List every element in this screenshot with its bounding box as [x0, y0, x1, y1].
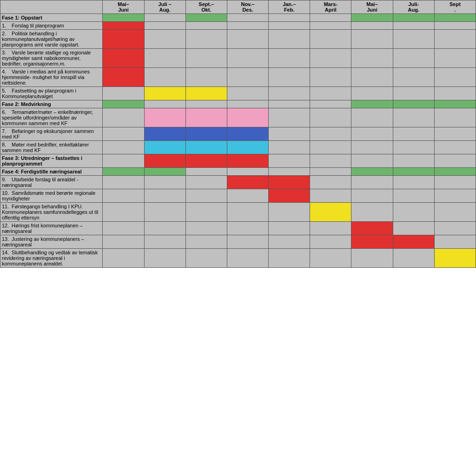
- gantt-cell: [185, 68, 227, 87]
- gantt-cell: [310, 203, 351, 222]
- gantt-cell: [144, 14, 185, 22]
- header-period-1: Mai– Juni: [103, 0, 144, 14]
- gantt-cell: [351, 30, 393, 49]
- gantt-cell: [351, 22, 393, 30]
- gantt-cell: [103, 100, 144, 108]
- row-label: 3. Varsle berørte statlige og regionale …: [0, 49, 103, 68]
- gantt-cell: [269, 222, 310, 235]
- row-label: 8. Møter med bedrifter, enkeltaktører sa…: [0, 141, 103, 154]
- gantt-cell: [144, 30, 185, 49]
- phase-row: Fase 4: Ferdigstille næringsareal: [0, 168, 476, 176]
- header-row: Mai– Juni Juli – Aug. Sept.– Okt. Nov.– …: [0, 0, 476, 14]
- gantt-cell: [351, 203, 393, 222]
- gantt-cell: [227, 127, 268, 141]
- gantt-cell: [434, 22, 476, 30]
- gantt-cell: [351, 108, 393, 127]
- gantt-cell: [310, 30, 351, 49]
- row-label: 9. Utarbeide forslag til arealdel - næri…: [0, 176, 103, 189]
- row-label: 14. Sluttbehandling og vedtak av tematis…: [0, 249, 103, 268]
- gantt-cell: [351, 235, 393, 249]
- gantt-cell: [393, 68, 434, 87]
- gantt-cell: [144, 87, 185, 100]
- header-period-8: Juli- Aug.: [393, 0, 434, 14]
- header-period-3: Sept.– Okt.: [185, 0, 227, 14]
- gantt-cell: [351, 68, 393, 87]
- gantt-cell: [185, 141, 227, 154]
- header-period-6: Mars- April: [310, 0, 351, 14]
- task-row: 14. Sluttbehandling og vedtak av tematis…: [0, 249, 476, 268]
- gantt-cell: [144, 100, 185, 108]
- gantt-cell: [434, 68, 476, 87]
- gantt-cell: [185, 30, 227, 49]
- gantt-cell: [103, 176, 144, 189]
- gantt-cell: [144, 203, 185, 222]
- header-period-4: Nov.– Des.: [227, 0, 268, 14]
- gantt-cell: [185, 127, 227, 141]
- gantt-cell: [393, 235, 434, 249]
- gantt-cell: [185, 14, 227, 22]
- gantt-cell: [269, 203, 310, 222]
- gantt-cell: [434, 141, 476, 154]
- row-label: 10. Samrådsmøte med berørte regionale my…: [0, 189, 103, 203]
- gantt-cell: [185, 22, 227, 30]
- header-label: [0, 0, 103, 14]
- gantt-cell: [144, 49, 185, 68]
- gantt-cell: [269, 154, 310, 168]
- task-row: 2. Politisk behandling i kommuneplanutva…: [0, 30, 476, 49]
- gantt-cell: [269, 100, 310, 108]
- gantt-cell: [393, 22, 434, 30]
- gantt-cell: [393, 222, 434, 235]
- gantt-cell: [434, 176, 476, 189]
- gantt-cell: [393, 168, 434, 176]
- gantt-cell: [393, 189, 434, 203]
- gantt-cell: [393, 14, 434, 22]
- gantt-cell: [185, 49, 227, 68]
- gantt-cell: [393, 127, 434, 141]
- gantt-cell: [351, 154, 393, 168]
- gantt-cell: [269, 176, 310, 189]
- gantt-cell: [351, 87, 393, 100]
- gantt-cell: [103, 203, 144, 222]
- gantt-cell: [434, 30, 476, 49]
- gantt-cell: [310, 222, 351, 235]
- gantt-cell: [103, 154, 144, 168]
- gantt-cell: [310, 154, 351, 168]
- gantt-cell: [310, 108, 351, 127]
- gantt-cell: [185, 154, 227, 168]
- gantt-cell: [351, 168, 393, 176]
- gantt-cell: [269, 14, 310, 22]
- gantt-cell: [227, 168, 268, 176]
- header-period-5: Jan.– Feb.: [269, 0, 310, 14]
- gantt-cell: [434, 100, 476, 108]
- gantt-cell: [185, 176, 227, 189]
- gantt-body: Fase 1: Oppstart 1. Forslag til planprog…: [0, 14, 476, 268]
- gantt-cell: [310, 189, 351, 203]
- gantt-cell: [103, 87, 144, 100]
- gantt-cell: [227, 22, 268, 30]
- gantt-cell: [103, 141, 144, 154]
- gantt-cell: [144, 22, 185, 30]
- gantt-cell: [434, 49, 476, 68]
- gantt-cell: [103, 22, 144, 30]
- task-row: 6. Temamøter/møter – enkeltnæringer, spe…: [0, 108, 476, 127]
- gantt-cell: [393, 87, 434, 100]
- gantt-cell: [269, 108, 310, 127]
- gantt-cell: [310, 68, 351, 87]
- gantt-cell: [144, 68, 185, 87]
- gantt-cell: [144, 154, 185, 168]
- gantt-cell: [351, 49, 393, 68]
- gantt-cell: [227, 30, 268, 49]
- gantt-cell: [310, 249, 351, 268]
- gantt-cell: [227, 235, 268, 249]
- header-period-2: Juli – Aug.: [144, 0, 185, 14]
- gantt-cell: [351, 189, 393, 203]
- task-row: 13. Justering av kommuneplaners – næring…: [0, 235, 476, 249]
- gantt-cell: [434, 108, 476, 127]
- gantt-cell: [185, 100, 227, 108]
- row-label: 4. Varsle i medias amt på kommunes hjemm…: [0, 68, 103, 87]
- phase-row: Fase 3: Utredninger – fastsettes i planp…: [0, 154, 476, 168]
- gantt-cell: [227, 87, 268, 100]
- gantt-cell: [185, 203, 227, 222]
- gantt-cell: [434, 168, 476, 176]
- gantt-cell: [185, 235, 227, 249]
